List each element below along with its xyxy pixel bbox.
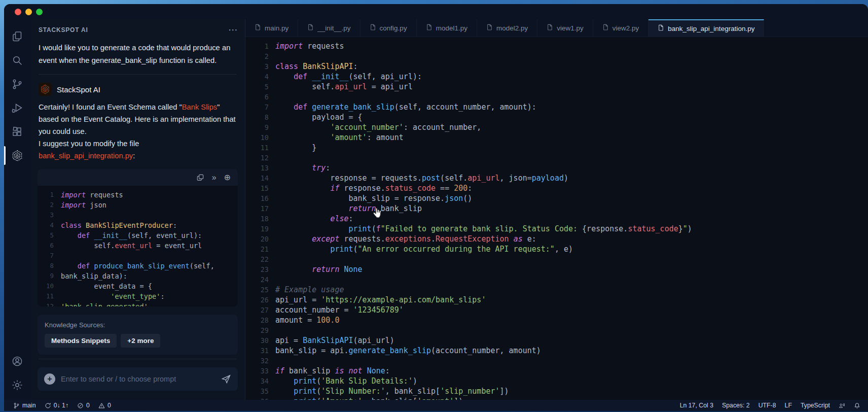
code-line[interactable]: 8 payload = { bbox=[245, 112, 868, 122]
line-number: 36 bbox=[245, 396, 269, 400]
code-line[interactable]: 5 self.api_url = api_url bbox=[245, 82, 868, 92]
code-line[interactable]: 26api_url = 'https://example-api.com/ban… bbox=[245, 295, 868, 305]
line-number: 25 bbox=[245, 285, 269, 295]
stackspot-avatar-icon bbox=[39, 83, 52, 96]
status-ln-17-col-3[interactable]: Ln 17, Col 3 bbox=[680, 402, 713, 409]
status-typescript[interactable]: TypeScript bbox=[801, 402, 830, 409]
tab-view2.py[interactable]: view2.py bbox=[593, 19, 649, 37]
editor-area: main.py__init__.pyconfig.pymodel1.pymode… bbox=[245, 19, 868, 400]
code-line[interactable]: 13 try: bbox=[245, 163, 868, 173]
run-debug-icon[interactable] bbox=[4, 96, 30, 120]
tab-main.py[interactable]: main.py bbox=[245, 19, 298, 37]
feedback-icon[interactable] bbox=[839, 402, 845, 409]
code-line[interactable]: 16 bank_slip = response.json() bbox=[245, 193, 868, 203]
code-editor[interactable]: 1import requests23class BankSlipAPI:4 de… bbox=[245, 37, 868, 400]
code-line[interactable]: 6 bbox=[245, 92, 868, 102]
status-utf-8[interactable]: UTF-8 bbox=[758, 402, 776, 409]
code-line[interactable]: 4class BankSlipEventProducer: bbox=[40, 220, 238, 230]
status-spaces-2[interactable]: Spaces: 2 bbox=[722, 402, 750, 409]
prompt-input[interactable] bbox=[61, 375, 221, 383]
bell-icon[interactable] bbox=[854, 402, 860, 409]
code-line[interactable]: 32 bbox=[245, 356, 868, 366]
status-sync[interactable]: 0↓ 1↑ bbox=[45, 402, 68, 409]
code-line[interactable]: 11 'event_type': bbox=[40, 291, 238, 301]
line-number: 31 bbox=[245, 346, 269, 356]
code-line[interactable]: 5 def __init__(self, event_url): bbox=[40, 230, 238, 241]
code-line[interactable]: 9 'account_number': account_number, bbox=[245, 122, 868, 132]
code-line[interactable]: 4 def __init__(self, api_url): bbox=[245, 72, 868, 82]
code-line[interactable]: 10 'amount': amount bbox=[245, 132, 868, 143]
code-line[interactable]: 31bank_slip = api.generate_bank_slip(acc… bbox=[245, 346, 868, 356]
copy-code-icon[interactable] bbox=[196, 174, 204, 182]
zoom-window-button[interactable] bbox=[36, 9, 43, 15]
send-icon[interactable] bbox=[221, 374, 231, 384]
line-number: 17 bbox=[245, 203, 269, 214]
extensions-icon[interactable] bbox=[4, 120, 30, 144]
explorer-icon[interactable] bbox=[4, 24, 30, 48]
tab-view1.py[interactable]: view1.py bbox=[537, 19, 593, 37]
code-line[interactable]: 10 event_data = { bbox=[40, 281, 238, 291]
code-line[interactable]: 36 print('Amount:', bank_slip['amount']) bbox=[245, 396, 868, 400]
code-line[interactable]: 27account_number = '123456789' bbox=[245, 305, 868, 315]
account-icon[interactable] bbox=[4, 349, 30, 373]
code-line[interactable]: 11 } bbox=[245, 143, 868, 153]
code-line[interactable]: 2 bbox=[245, 51, 868, 61]
settings-gear-icon[interactable] bbox=[4, 373, 30, 397]
insert-code-icon[interactable]: » bbox=[212, 173, 216, 182]
tab-__init__.py[interactable]: __init__.py bbox=[298, 19, 360, 37]
code-line[interactable]: 21 print("An error occurred during the A… bbox=[245, 244, 868, 254]
minimize-window-button[interactable] bbox=[25, 9, 32, 15]
code-line[interactable]: 22 bbox=[245, 254, 868, 264]
code-line[interactable]: 15 if response.status_code == 200: bbox=[245, 183, 868, 193]
code-line[interactable]: 25# Example usage bbox=[245, 285, 868, 295]
code-line[interactable]: 9bank_slip_data): bbox=[40, 271, 238, 281]
status-error[interactable]: 0 bbox=[77, 402, 90, 409]
close-window-button[interactable] bbox=[15, 9, 21, 15]
code-line[interactable]: 24 bbox=[245, 274, 868, 285]
line-number: 22 bbox=[245, 254, 269, 264]
code-line[interactable]: 33if bank_slip is not None: bbox=[245, 366, 868, 376]
code-line[interactable]: 35 print('Slip Number:', bank_slip['slip… bbox=[245, 386, 868, 396]
code-line[interactable]: 19 print(f"Failed to generate bank slip.… bbox=[245, 224, 868, 234]
line-number: 1 bbox=[40, 190, 54, 200]
tab-config.py[interactable]: config.py bbox=[360, 19, 417, 37]
code-line[interactable]: 7 def generate_bank_slip(self, account_n… bbox=[245, 102, 868, 112]
search-icon[interactable] bbox=[4, 48, 30, 72]
add-context-icon[interactable]: + bbox=[44, 373, 55, 385]
add-to-file-icon[interactable]: ⊕ bbox=[224, 173, 231, 182]
knowledge-chip[interactable]: +2 more bbox=[121, 334, 160, 348]
source-control-icon[interactable] bbox=[4, 72, 30, 96]
status-branch[interactable]: main bbox=[13, 402, 36, 409]
code-line[interactable]: 12'bank_slip_generated', bbox=[40, 301, 238, 306]
code-line[interactable]: 1import requests bbox=[40, 190, 238, 200]
chat-more-actions-icon[interactable]: ⋯ bbox=[228, 27, 238, 32]
tab-model2.py[interactable]: model2.py bbox=[477, 19, 537, 37]
code-line[interactable]: 3 bbox=[40, 210, 238, 220]
stackspot-ai-icon[interactable] bbox=[4, 144, 30, 167]
code-line[interactable]: 1import requests bbox=[245, 41, 868, 51]
knowledge-chip[interactable]: Methods Snippets bbox=[45, 334, 117, 348]
code-line[interactable]: 7 bbox=[40, 251, 238, 261]
code-line[interactable]: 23 return None bbox=[245, 264, 868, 274]
code-line[interactable]: 20 except requests.exceptions.RequestExc… bbox=[245, 234, 868, 244]
code-line[interactable]: 3class BankSlipAPI: bbox=[245, 61, 868, 72]
tab-model1.py[interactable]: model1.py bbox=[417, 19, 477, 37]
status-lf[interactable]: LF bbox=[785, 402, 792, 409]
code-line[interactable]: 17 return bank_slip bbox=[245, 203, 868, 214]
line-number: 9 bbox=[245, 122, 269, 132]
line-number: 2 bbox=[40, 200, 54, 210]
code-line[interactable]: 30api = BankSlipAPI(api_url) bbox=[245, 335, 868, 346]
line-number: 24 bbox=[245, 274, 269, 285]
code-line[interactable]: 28amount = 100.0 bbox=[245, 315, 868, 325]
tab-bank_slip_api_integration.py[interactable]: bank_slip_api_integration.py bbox=[648, 19, 764, 37]
code-line[interactable]: 8 def produce_bank_slip_event(self, bbox=[40, 261, 238, 271]
line-number: 6 bbox=[40, 241, 54, 251]
code-line[interactable]: 14 response = requests.post(self.api_url… bbox=[245, 173, 868, 183]
code-line[interactable]: 2import json bbox=[40, 200, 238, 210]
status-warning[interactable]: 0 bbox=[98, 402, 111, 409]
code-line[interactable]: 29 bbox=[245, 325, 868, 335]
code-line[interactable]: 12 bbox=[245, 153, 868, 163]
code-line[interactable]: 34 print('Bank Slip Details:') bbox=[245, 376, 868, 386]
code-line[interactable]: 18 else: bbox=[245, 214, 868, 224]
code-line[interactable]: 6 self.event_url = event_url bbox=[40, 241, 238, 251]
